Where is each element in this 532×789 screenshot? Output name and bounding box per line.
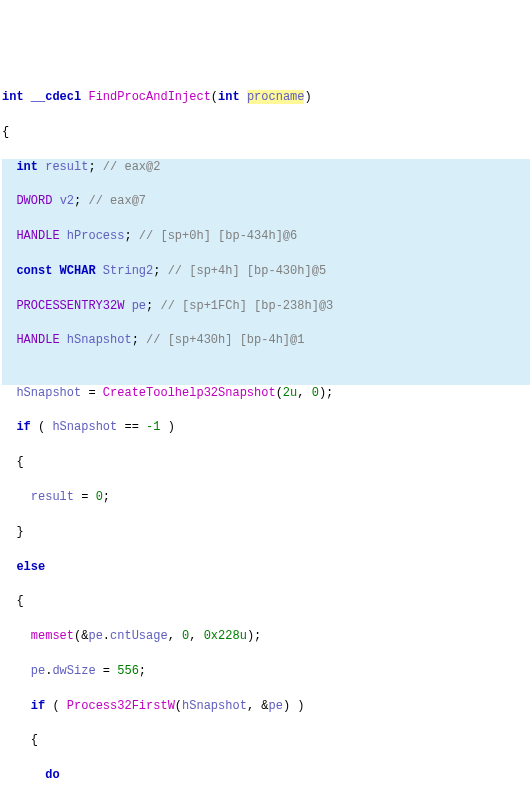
code-line: memset(&pe.cntUsage, 0, 0x228u); [2, 628, 530, 645]
decl-type: HANDLE [16, 333, 59, 347]
code-line: else [2, 559, 530, 576]
param-name[interactable]: procname [247, 90, 305, 104]
identifier[interactable]: pe [268, 699, 282, 713]
calling-convention: __cdecl [31, 90, 81, 104]
decl-comment: // [sp+1FCh] [bp-238h]@3 [153, 299, 333, 313]
decl-var[interactable]: hProcess [67, 229, 125, 243]
decl-type: PROCESSENTRY32W [16, 299, 124, 313]
literal: 0x228u [204, 629, 247, 643]
identifier[interactable]: dwSize [52, 664, 95, 678]
decl-var[interactable]: v2 [60, 194, 74, 208]
literal: 0 [312, 386, 319, 400]
code-view: int __cdecl FindProcAndInject(int procna… [2, 72, 530, 789]
decl-var[interactable]: pe [132, 299, 146, 313]
call[interactable]: Process32FirstW [67, 699, 175, 713]
keyword: if [31, 699, 45, 713]
brace: { [2, 732, 530, 749]
identifier[interactable]: hSnapshot [52, 420, 117, 434]
decl-type: const WCHAR [16, 264, 95, 278]
keyword: do [45, 768, 59, 782]
decl-comment: // [sp+430h] [bp-4h]@1 [139, 333, 305, 347]
brace: } [2, 524, 530, 541]
return-type: int [2, 90, 24, 104]
param-type: int [218, 90, 240, 104]
call[interactable]: CreateToolhelp32Snapshot [103, 386, 276, 400]
identifier[interactable]: cntUsage [110, 629, 168, 643]
code-line: result = 0; [2, 489, 530, 506]
brace: { [2, 454, 530, 471]
signature-line: int __cdecl FindProcAndInject(int procna… [2, 89, 530, 106]
decl-var[interactable]: String2 [103, 264, 153, 278]
decl-type: DWORD [16, 194, 52, 208]
decl-comment: // [sp+0h] [bp-434h]@6 [132, 229, 298, 243]
literal: 556 [117, 664, 139, 678]
code-line: pe.dwSize = 556; [2, 663, 530, 680]
decl-var[interactable]: hSnapshot [67, 333, 132, 347]
code-line: if ( hSnapshot == -1 ) [2, 419, 530, 436]
literal: 0 [96, 490, 103, 504]
decl-type: HANDLE [16, 229, 59, 243]
identifier[interactable]: hSnapshot [182, 699, 247, 713]
literal: -1 [146, 420, 160, 434]
decl-type: int [16, 160, 38, 174]
decl-var[interactable]: result [45, 160, 88, 174]
decl-comment: // eax@7 [81, 194, 146, 208]
identifier[interactable]: pe [88, 629, 102, 643]
keyword: else [16, 560, 45, 574]
function-name[interactable]: FindProcAndInject [88, 90, 210, 104]
decl-comment: // [sp+4h] [bp-430h]@5 [160, 264, 326, 278]
brace: { [2, 593, 530, 610]
literal: 2u [283, 386, 297, 400]
code-line: do [2, 767, 530, 784]
identifier[interactable]: pe [31, 664, 45, 678]
call[interactable]: memset [31, 629, 74, 643]
keyword: if [16, 420, 30, 434]
declarations-block: int result; // eax@2 DWORD v2; // eax@7 … [2, 159, 530, 385]
identifier[interactable]: hSnapshot [16, 386, 81, 400]
literal: 0 [182, 629, 189, 643]
code-line: hSnapshot = CreateToolhelp32Snapshot(2u,… [2, 385, 530, 402]
identifier[interactable]: result [31, 490, 74, 504]
decl-comment: // eax@2 [96, 160, 161, 174]
brace-open: { [2, 124, 530, 141]
code-line: if ( Process32FirstW(hSnapshot, &pe) ) [2, 698, 530, 715]
